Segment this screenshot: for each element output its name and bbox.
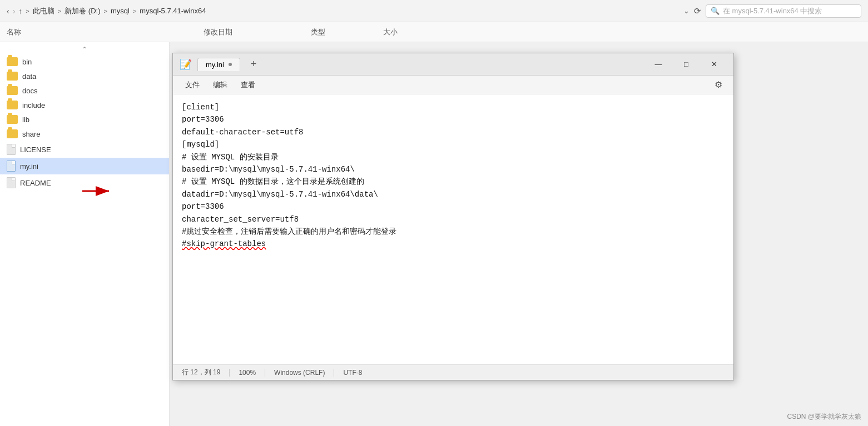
status-zoom: 100% <box>239 369 256 377</box>
code-line-9: character_set_server=utf8 <box>182 213 725 225</box>
code-line-0: [client] <box>182 101 725 113</box>
dropdown-icon[interactable]: ⌄ <box>683 7 690 15</box>
notepad-statusbar: 行 12，列 19 100% Windows (CRLF) UTF-8 <box>173 364 733 380</box>
list-item[interactable]: docs <box>0 83 169 98</box>
status-line-ending: Windows (CRLF) <box>274 369 325 377</box>
file-icon <box>7 161 16 172</box>
breadcrumb-mysql[interactable]: mysql <box>111 7 130 15</box>
file-name: README <box>20 179 51 187</box>
file-icon <box>7 177 16 188</box>
col-header-type[interactable]: 类型 <box>274 27 363 37</box>
file-name: docs <box>22 87 37 95</box>
breadcrumb-sep-3: > <box>133 8 136 14</box>
col-header-name[interactable]: 名称 <box>7 27 162 37</box>
file-name: share <box>22 130 41 138</box>
status-separator-2 <box>265 369 265 377</box>
code-line-8: port=3306 <box>182 201 725 213</box>
list-item[interactable]: share <box>0 127 169 141</box>
list-item[interactable]: LICENSE <box>0 141 169 158</box>
file-list: ⌃ bin data docs include <box>0 42 170 426</box>
minimize-button[interactable]: — <box>646 57 671 72</box>
file-name: my.ini <box>20 162 38 171</box>
search-placeholder-text: 在 mysql-5.7.41-winx64 中搜索 <box>723 6 822 16</box>
breadcrumb-drive[interactable]: 新加卷 (D:) <box>65 6 100 16</box>
status-encoding: UTF-8 <box>343 369 362 377</box>
notepad-titlebar: 📝 my.ini + — □ ✕ <box>173 53 733 76</box>
list-item-myini[interactable]: my.ini <box>0 158 169 174</box>
settings-icon[interactable]: ⚙ <box>710 77 727 92</box>
status-separator-1 <box>229 369 230 377</box>
red-arrow-icon <box>82 183 116 199</box>
code-line-4: # 设置 MYSQL 的安装目录 <box>182 151 725 163</box>
list-item[interactable]: data <box>0 69 169 83</box>
folder-icon <box>7 129 18 138</box>
menu-view[interactable]: 查看 <box>235 78 261 92</box>
notepad-window: 📝 my.ini + — □ ✕ 文件 编辑 查看 ⚙ [client] por… <box>172 53 734 380</box>
list-item[interactable]: lib <box>0 112 169 127</box>
up-icon[interactable]: ↑ <box>18 7 22 16</box>
maximize-button[interactable]: □ <box>673 57 699 72</box>
menu-file[interactable]: 文件 <box>180 78 205 92</box>
folder-icon <box>7 57 18 66</box>
file-name: include <box>22 101 45 109</box>
notepad-menubar: 文件 编辑 查看 ⚙ <box>173 76 733 94</box>
notepad-editor[interactable]: [client] port=3306 default-character-set… <box>173 94 733 364</box>
list-item[interactable]: bin <box>0 54 169 69</box>
code-line-6: # 设置 MYSQL 的数据目录，这个目录是系统创建的 <box>182 176 725 188</box>
back-icon[interactable]: ‹ <box>7 7 9 16</box>
code-line-11: #skip-grant-tables <box>182 238 725 250</box>
code-line-2: default-character-set=utf8 <box>182 126 725 138</box>
folder-icon <box>7 86 18 95</box>
breadcrumb-sep-2: > <box>104 8 107 14</box>
breadcrumb-thispc[interactable]: 此电脑 <box>33 6 54 16</box>
tab-label: my.ini <box>206 61 224 69</box>
folder-icon <box>7 101 18 109</box>
file-name: data <box>22 72 36 81</box>
folder-icon <box>7 115 18 124</box>
refresh-icon[interactable]: ⟳ <box>694 6 701 16</box>
tab-modified-dot <box>229 63 232 66</box>
code-line-5: basedir=D:\mysql\mysql-5.7.41-winx64\ <box>182 163 725 176</box>
file-icon <box>7 144 16 155</box>
folder-icon <box>7 72 18 81</box>
file-name: LICENSE <box>20 146 51 154</box>
status-position: 行 12，列 19 <box>182 368 220 377</box>
file-name: lib <box>22 116 29 124</box>
list-item[interactable]: include <box>0 98 169 112</box>
explorer-column-headers: 名称 修改日期 类型 大小 <box>0 22 868 42</box>
breadcrumb-mysql-ver[interactable]: mysql-5.7.41-winx64 <box>140 7 206 15</box>
close-button[interactable]: ✕ <box>701 57 727 72</box>
col-header-size[interactable]: 大小 <box>363 27 418 37</box>
code-line-1: port=3306 <box>182 113 725 126</box>
explorer-titlebar: ‹ › ↑ > 此电脑 > 新加卷 (D:) > mysql > mysql-5… <box>0 0 868 22</box>
notepad-tab[interactable]: my.ini <box>197 58 240 71</box>
forward-icon[interactable]: › <box>13 7 16 16</box>
notepad-app-icon: 📝 <box>180 58 192 71</box>
breadcrumb-sep-1: > <box>58 8 61 14</box>
status-separator-3 <box>334 369 334 377</box>
code-line-10: #跳过安全检查，注销后需要输入正确的用户名和密码才能登录 <box>182 225 725 238</box>
code-line-7: datadir=D:\mysql\mysql-5.7.41-winx64\dat… <box>182 188 725 201</box>
watermark: CSDN @要学就学灰太狼 <box>787 412 861 422</box>
code-line-3: [mysqld] <box>182 138 725 151</box>
search-icon: 🔍 <box>711 7 720 15</box>
window-controls: — □ ✕ <box>646 57 727 72</box>
menu-edit[interactable]: 编辑 <box>207 78 233 92</box>
col-header-date[interactable]: 修改日期 <box>162 27 274 37</box>
new-tab-button[interactable]: + <box>246 57 261 72</box>
file-name: bin <box>22 58 32 66</box>
breadcrumb-sep-0: > <box>26 8 29 14</box>
